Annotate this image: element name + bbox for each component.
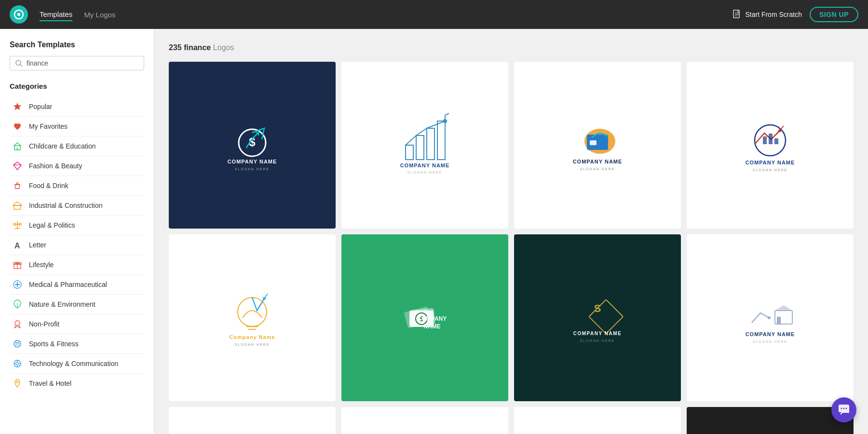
category-item-medical-pharmaceutical[interactable]: Medical & Pharmaceutical xyxy=(10,275,144,295)
category-item-my-favorites[interactable]: My Favorites xyxy=(10,117,144,136)
category-item-industrial-construction[interactable]: Industrial & Construction xyxy=(10,196,144,216)
sidebar: Search Templates finance Categories Popu… xyxy=(0,29,154,434)
svg-rect-7 xyxy=(16,148,18,150)
svg-text:COMPANY NAME: COMPANY NAME xyxy=(400,163,450,168)
main-content: 235 finance Logos $COMPANY NAMESLOGAN HE… xyxy=(154,29,868,434)
app-logo[interactable] xyxy=(10,5,28,24)
category-item-food-drink[interactable]: Food & Drink xyxy=(10,176,144,196)
logo-card-7[interactable]: SCOMPANY NAMESLOGAN HERE xyxy=(514,234,681,401)
category-item-travel-hotel[interactable]: Travel & Hotel xyxy=(10,374,144,393)
logo-inner-5: Company NameSLOGAN HERE xyxy=(169,234,336,401)
logo-card-11[interactable]: COMPANY NAMESLOGAN HERE xyxy=(514,407,681,434)
category-label-my-favorites: My Favorites xyxy=(29,122,68,130)
category-icon-letter: A xyxy=(12,239,23,251)
logo-inner-8: COMPANY NAMESLOGAN HERE xyxy=(687,234,854,401)
logo-inner-1: $COMPANY NAMESLOGAN HERE xyxy=(169,62,336,229)
logo-inner-3: COMPANY NAMESLOGAN HERE xyxy=(514,62,681,229)
logo-card-12[interactable]: SCOMPANY NAME xyxy=(687,407,854,434)
category-label-nature-environment: Nature & Environment xyxy=(29,300,95,308)
svg-marker-11 xyxy=(13,202,22,205)
category-item-legal-politics[interactable]: Legal & Politics xyxy=(10,216,144,235)
category-icon-travel-hotel xyxy=(12,378,23,389)
nav-my-logos[interactable]: My Logos xyxy=(84,9,115,21)
svg-text:A: A xyxy=(14,242,20,250)
svg-text:COMPANY NAME: COMPANY NAME xyxy=(746,331,795,337)
svg-rect-36 xyxy=(427,128,434,160)
chat-icon xyxy=(838,404,850,416)
svg-point-3 xyxy=(16,60,21,65)
category-label-legal-politics: Legal & Politics xyxy=(29,221,75,229)
logo-card-3[interactable]: COMPANY NAMESLOGAN HERE xyxy=(514,62,681,229)
logo-inner-7: SCOMPANY NAMESLOGAN HERE xyxy=(514,234,681,401)
svg-text:Company Name: Company Name xyxy=(229,334,275,340)
svg-text:SLOGAN HERE: SLOGAN HERE xyxy=(235,343,270,346)
svg-rect-43 xyxy=(590,140,597,145)
logo-card-9[interactable]: COMPANY NAMESLOGAN HERE xyxy=(169,407,336,434)
category-item-sports-fitness[interactable]: Sports & Fitness xyxy=(10,334,144,354)
logo-inner-12: SCOMPANY NAME xyxy=(687,407,854,434)
document-icon xyxy=(732,10,741,19)
svg-text:COMPANY NAME: COMPANY NAME xyxy=(573,159,623,164)
svg-text:SLOGAN HERE: SLOGAN HERE xyxy=(580,339,615,342)
svg-line-4 xyxy=(20,65,22,67)
category-icon-non-profit xyxy=(12,318,23,330)
category-item-lifestyle[interactable]: Lifestyle xyxy=(10,255,144,275)
signup-button[interactable]: SIGN UP xyxy=(810,7,858,22)
category-label-industrial-construction: Industrial & Construction xyxy=(29,202,103,209)
results-logos-label: Logos xyxy=(213,43,234,52)
svg-point-95 xyxy=(841,408,842,409)
svg-text:COMPANY: COMPANY xyxy=(418,315,447,322)
logo-inner-4: COMPANY NAMESLOGAN HERE xyxy=(687,62,854,229)
svg-rect-49 xyxy=(769,134,773,144)
category-icon-technology-communication xyxy=(12,358,23,369)
category-icon-industrial-construction xyxy=(12,200,23,211)
svg-text:NAME: NAME xyxy=(423,323,440,330)
category-item-childcare-education[interactable]: Childcare & Education xyxy=(10,136,144,156)
svg-rect-34 xyxy=(406,145,413,160)
svg-text:SLOGAN HERE: SLOGAN HERE xyxy=(753,340,788,343)
category-item-popular[interactable]: Popular xyxy=(10,97,144,117)
category-item-non-profit[interactable]: Non-Profit xyxy=(10,314,144,334)
logo-inner-9: COMPANY NAMESLOGAN HERE xyxy=(169,407,336,434)
chat-bubble[interactable] xyxy=(831,397,856,422)
top-navigation: Templates My Logos Start From Scratch SI… xyxy=(0,0,868,29)
logo-card-4[interactable]: COMPANY NAMESLOGAN HERE xyxy=(687,62,854,229)
logo-card-10[interactable]: COMPANY NAMESLOGAN HERE xyxy=(341,407,508,434)
category-item-technology-communication[interactable]: Technology & Communication xyxy=(10,354,144,374)
logo-card-6[interactable]: $COMPANYNAME xyxy=(341,234,508,401)
logo-card-2[interactable]: COMPANY NAMESLOGAN HERE xyxy=(341,62,508,229)
topnav-right: Start From Scratch SIGN UP xyxy=(732,7,858,22)
svg-point-96 xyxy=(843,408,845,409)
results-count: 235 xyxy=(169,43,182,52)
svg-rect-10 xyxy=(14,205,21,209)
category-label-technology-communication: Technology & Communication xyxy=(29,360,118,367)
search-templates-title: Search Templates xyxy=(10,41,144,49)
logo-card-5[interactable]: Company NameSLOGAN HERE xyxy=(169,234,336,401)
category-label-sports-fitness: Sports & Fitness xyxy=(29,340,79,348)
category-label-food-drink: Food & Drink xyxy=(29,182,68,190)
page-layout: Search Templates finance Categories Popu… xyxy=(0,29,868,434)
category-icon-sports-fitness xyxy=(12,338,23,350)
logo-card-1[interactable]: $COMPANY NAMESLOGAN HERE xyxy=(169,62,336,229)
logo-card-8[interactable]: COMPANY NAMESLOGAN HERE xyxy=(687,234,854,401)
logo-inner-11: COMPANY NAMESLOGAN HERE xyxy=(514,407,681,434)
svg-text:COMPANY NAME: COMPANY NAME xyxy=(228,159,277,164)
svg-text:COMPANY NAME: COMPANY NAME xyxy=(746,160,795,165)
results-header: 235 finance Logos xyxy=(169,43,854,52)
category-item-letter[interactable]: A Letter xyxy=(10,235,144,255)
category-label-childcare-education: Childcare & Education xyxy=(29,142,96,150)
search-input[interactable]: finance xyxy=(27,59,139,67)
svg-point-73 xyxy=(768,316,771,319)
results-keyword: finance xyxy=(184,43,211,52)
search-box: finance xyxy=(10,56,144,70)
categories-title: Categories xyxy=(10,82,144,90)
svg-text:S: S xyxy=(594,302,601,314)
logo-inner-10: COMPANY NAMESLOGAN HERE xyxy=(341,407,508,434)
scratch-label: Start From Scratch xyxy=(745,11,801,18)
start-from-scratch-button[interactable]: Start From Scratch xyxy=(732,10,801,19)
nav-templates[interactable]: Templates xyxy=(40,8,72,21)
category-item-nature-environment[interactable]: Nature & Environment xyxy=(10,295,144,314)
category-item-fashion-beauty[interactable]: Fashion & Beauty xyxy=(10,156,144,176)
svg-rect-48 xyxy=(763,136,767,144)
logo-grid: $COMPANY NAMESLOGAN HERECOMPANY NAMESLOG… xyxy=(169,62,854,434)
